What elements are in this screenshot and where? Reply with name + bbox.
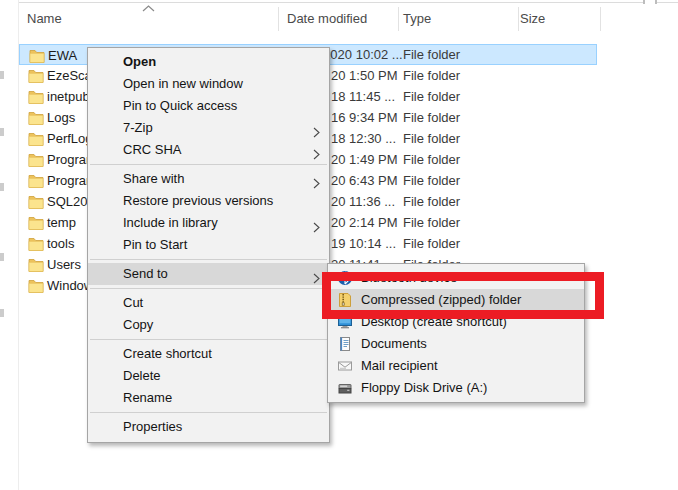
menu-item-label: Cut: [123, 295, 143, 310]
desktop-icon: [337, 314, 353, 330]
menu-item-label: Desktop (create shortcut): [361, 314, 507, 329]
menu-item-label: Include in library: [123, 215, 218, 230]
menu-item-share-with[interactable]: Share with: [88, 168, 329, 190]
menu-item-rename[interactable]: Rename: [88, 387, 329, 409]
chevron-right-icon: [313, 123, 320, 134]
floppy-icon: [337, 380, 353, 396]
date-modified-cell: 20 2:14 PM: [331, 212, 398, 233]
folder-icon: [28, 278, 44, 293]
date-modified-cell: 18 11:45 ...: [331, 86, 395, 107]
menu-item-label: Open in new window: [123, 76, 243, 91]
folder-icon: [28, 173, 44, 188]
folder-icon: [28, 89, 44, 104]
bluetooth-icon: [337, 270, 353, 286]
date-modified-cell: 16 9:34 PM: [331, 107, 398, 128]
send-to-submenu: Bluetooth deviceCompressed (zipped) fold…: [327, 263, 585, 403]
type-cell: File folder: [403, 86, 460, 107]
menu-item-open-in-new-window[interactable]: Open in new window: [88, 73, 329, 95]
type-cell: File folder: [403, 170, 460, 191]
folder-icon: [28, 68, 44, 83]
menu-item-cut[interactable]: Cut: [88, 292, 329, 314]
file-explorer-window: Name Date modified Type Size EWA24/09/20…: [0, 0, 678, 490]
type-cell: File folder: [403, 233, 460, 254]
menu-separator: [90, 412, 327, 413]
file-name: temp: [47, 212, 76, 233]
date-modified-cell: 20 1:49 PM: [331, 149, 398, 170]
menu-item-label: Copy: [123, 317, 153, 332]
folder-icon: [28, 236, 44, 251]
menu-item-label: Open: [123, 54, 156, 69]
menu-item-mail-recipient[interactable]: Mail recipient: [328, 355, 584, 377]
folder-icon: [28, 257, 44, 272]
file-name: EWA: [48, 45, 77, 66]
menu-item-label: Pin to Start: [123, 237, 187, 252]
zipped-folder-icon: [337, 292, 353, 308]
menu-item-create-shortcut[interactable]: Create shortcut: [88, 343, 329, 365]
menu-item-label: Properties: [123, 419, 182, 434]
date-modified-cell: 19 10:14 ...: [331, 233, 396, 254]
type-cell: File folder: [403, 107, 460, 128]
menu-item-restore-previous-versions[interactable]: Restore previous versions: [88, 190, 329, 212]
folder-icon: [28, 110, 44, 125]
menu-item-properties[interactable]: Properties: [88, 416, 329, 438]
menu-item-label: Pin to Quick access: [123, 98, 237, 113]
menu-item-label: Send to: [123, 266, 168, 281]
file-name: Users: [47, 254, 81, 275]
menu-separator: [90, 288, 327, 289]
date-modified-cell: 18 12:30 ...: [331, 128, 396, 149]
menu-item-pin-to-start[interactable]: Pin to Start: [88, 234, 329, 256]
chevron-right-icon: [313, 174, 320, 185]
menu-item-label: Mail recipient: [361, 358, 438, 373]
documents-icon: [337, 336, 353, 352]
type-cell: File folder: [403, 128, 460, 149]
type-cell: File folder: [403, 65, 460, 86]
menu-item-label: Rename: [123, 390, 172, 405]
type-cell: File folder: [403, 191, 460, 212]
chevron-right-icon: [313, 269, 320, 280]
menu-item-7-zip[interactable]: 7-Zip: [88, 117, 329, 139]
menu-item-delete[interactable]: Delete: [88, 365, 329, 387]
date-modified-cell: 20 1:50 PM: [331, 65, 398, 86]
type-cell: File folder: [403, 44, 460, 65]
menu-item-crc-sha[interactable]: CRC SHA: [88, 139, 329, 161]
menu-item-send-to[interactable]: Send to: [88, 263, 329, 285]
menu-item-bluetooth-device[interactable]: Bluetooth device: [328, 267, 584, 289]
menu-item-label: Delete: [123, 368, 161, 383]
type-cell: File folder: [403, 212, 460, 233]
menu-item-desktop-create-shortcut[interactable]: Desktop (create shortcut): [328, 311, 584, 333]
menu-item-label: Create shortcut: [123, 346, 212, 361]
menu-item-pin-to-quick-access[interactable]: Pin to Quick access: [88, 95, 329, 117]
folder-icon: [28, 194, 44, 209]
file-name: PerfLog: [47, 128, 93, 149]
menu-item-label: Bluetooth device: [361, 270, 457, 285]
type-cell: File folder: [403, 149, 460, 170]
menu-separator: [90, 164, 327, 165]
menu-item-label: CRC SHA: [123, 142, 182, 157]
folder-icon: [28, 131, 44, 146]
folder-icon: [29, 48, 45, 63]
menu-item-open[interactable]: Open: [88, 51, 329, 73]
menu-item-include-in-library[interactable]: Include in library: [88, 212, 329, 234]
folder-icon: [28, 215, 44, 230]
file-name: tools: [47, 233, 74, 254]
menu-item-compressed-zipped-folder[interactable]: Compressed (zipped) folder: [328, 289, 584, 311]
menu-item-label: Documents: [361, 336, 427, 351]
chevron-right-icon: [313, 218, 320, 229]
date-modified-cell: 20 11:36 ...: [331, 191, 395, 212]
menu-item-copy[interactable]: Copy: [88, 314, 329, 336]
menu-item-floppy-disk-drive-a[interactable]: Floppy Disk Drive (A:): [328, 377, 584, 399]
context-menu: OpenOpen in new windowPin to Quick acces…: [87, 47, 330, 443]
menu-item-documents[interactable]: Documents: [328, 333, 584, 355]
menu-separator: [90, 259, 327, 260]
mail-icon: [337, 358, 353, 374]
menu-item-label: Restore previous versions: [123, 193, 273, 208]
file-name: inetpub: [47, 86, 90, 107]
file-name: Logs: [47, 107, 75, 128]
date-modified-cell: 20 6:43 PM: [331, 170, 398, 191]
menu-separator: [90, 339, 327, 340]
menu-item-label: 7-Zip: [123, 120, 153, 135]
menu-item-label: Compressed (zipped) folder: [361, 292, 521, 307]
folder-icon: [28, 152, 44, 167]
chevron-right-icon: [313, 145, 320, 156]
menu-item-label: Floppy Disk Drive (A:): [361, 380, 487, 395]
